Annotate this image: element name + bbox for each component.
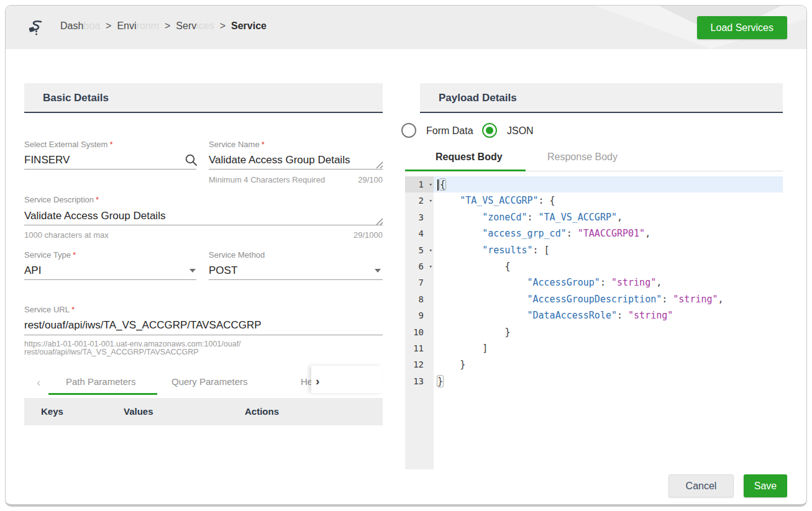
code-line[interactable]: "DataAccessRole": "string" — [434, 307, 783, 323]
service-method-select[interactable]: POST — [209, 265, 237, 277]
code-line[interactable]: { — [434, 258, 783, 274]
line-number: 5▾ — [405, 242, 434, 258]
payload-details-title: Payload Details — [420, 83, 783, 113]
code-line[interactable]: "access_grp_cd": "TAACCGRP01", — [434, 225, 783, 242]
breadcrumb-item[interactable]: Environm — [117, 20, 159, 31]
line-number: 6▾ — [405, 258, 434, 274]
service-name-label: Service Name — [209, 140, 265, 149]
service-type-underline — [24, 279, 196, 280]
breadcrumb-text: Serv — [176, 20, 196, 31]
service-type-label: Service Type — [24, 250, 76, 260]
code-token: { — [504, 261, 510, 272]
chevron-down-icon[interactable] — [375, 269, 381, 273]
save-button[interactable]: Save — [744, 474, 787, 497]
code-token: "string" — [673, 294, 718, 305]
payload-details-header: Payload Details — [420, 83, 783, 113]
load-services-button[interactable]: Load Services — [697, 16, 787, 39]
code-line[interactable]: } — [434, 356, 783, 373]
chevron-down-icon[interactable] — [189, 269, 196, 273]
radio-form-data-label[interactable]: Form Data — [426, 125, 473, 137]
service-url-input[interactable]: rest/ouaf/api/iws/TA_VS_ACCGRP/TAVSACCGR… — [24, 319, 262, 332]
breadcrumb-item[interactable]: Services — [176, 20, 214, 31]
radio-form-data[interactable] — [401, 123, 416, 138]
breadcrumb-text: Envi — [117, 20, 136, 31]
line-number: 12 — [405, 356, 434, 373]
fold-toggle-icon[interactable]: ▾ — [429, 192, 432, 209]
code-line[interactable]: ] — [434, 340, 783, 356]
service-url-hint-line1: https://ab1-01-001-01-001.uat-env.amazon… — [24, 340, 241, 348]
code-token: } — [437, 376, 443, 387]
breadcrumb-text-faded: boa — [83, 20, 100, 31]
editor-code[interactable]: { "TA_VS_ACCGRP": { "zoneCd": "TA_VS_ACC… — [434, 176, 783, 469]
code-token: , — [718, 294, 724, 305]
json-editor[interactable]: 1▾2▾345▾6▾78910111213 { "TA_VS_ACCGRP": … — [405, 176, 783, 469]
service-name-counter: 29/100 — [329, 175, 383, 184]
editor-gutter: 1▾2▾345▾6▾78910111213 — [405, 176, 434, 469]
code-token — [437, 327, 504, 338]
breadcrumb-text-faded: ices — [196, 20, 214, 31]
basic-details-title: Basic Details — [24, 83, 383, 113]
fold-toggle-icon[interactable]: ▾ — [429, 242, 432, 258]
external-system-value[interactable]: FINSERV — [24, 154, 70, 166]
code-line[interactable]: { — [434, 176, 783, 192]
breadcrumb-separator: > — [106, 20, 111, 31]
cancel-button[interactable]: Cancel — [668, 474, 734, 497]
code-token — [437, 261, 504, 272]
code-line[interactable]: } — [434, 373, 783, 389]
radio-json[interactable] — [482, 123, 497, 138]
service-name-input[interactable]: Validate Access Group Details — [209, 154, 350, 166]
code-line[interactable]: "AccessGroupDescription": "string", — [434, 291, 783, 307]
code-token: "results" — [482, 245, 532, 256]
breadcrumb[interactable]: Dashboa>Environm>Services>Service — [60, 20, 267, 32]
radio-json-label[interactable]: JSON — [507, 125, 534, 137]
code-token — [437, 343, 482, 354]
code-token: : — [662, 294, 673, 305]
fold-toggle-icon[interactable]: ▾ — [429, 176, 432, 192]
code-line[interactable]: } — [434, 324, 783, 340]
breadcrumb-item[interactable]: Service — [231, 20, 267, 31]
active-body-tab-underline — [405, 170, 526, 171]
code-token: "AccessGroup" — [527, 277, 600, 288]
code-token: "TA_VS_ACCGRP" — [539, 212, 617, 223]
code-token — [437, 294, 527, 305]
service-description-underline — [24, 225, 383, 225]
code-token — [437, 359, 460, 370]
tab-query-parameters[interactable]: Query Parameters — [171, 376, 248, 387]
code-token: : — [567, 228, 578, 239]
code-line[interactable]: "results": [ — [434, 242, 783, 258]
code-token: "access_grp_cd" — [482, 228, 566, 239]
tabs-prev-arrow[interactable]: ‹ — [37, 376, 40, 388]
service-url-underline — [24, 335, 383, 335]
col-values: Values — [124, 406, 153, 417]
tab-path-parameters[interactable]: Path Parameters — [66, 376, 136, 387]
code-line[interactable]: "TA_VS_ACCGRP": { — [434, 192, 783, 209]
code-token: , — [656, 277, 662, 288]
code-token: } — [460, 359, 465, 370]
service-type-select[interactable]: API — [24, 265, 41, 277]
breadcrumb-separator: > — [165, 20, 170, 31]
text-cursor — [437, 179, 439, 191]
resize-handle-icon[interactable] — [375, 161, 383, 169]
code-token: : [ — [533, 245, 550, 256]
line-number: 1▾ — [405, 176, 434, 192]
code-token: ] — [482, 343, 488, 354]
active-tab-underline — [48, 393, 157, 395]
service-method-label: Service Method — [209, 250, 265, 260]
breadcrumb-item[interactable]: Dashboa — [60, 20, 100, 31]
top-header: Dashboa>Environm>Services>Service Load S… — [6, 6, 806, 49]
tabs-next-arrow[interactable]: › — [316, 375, 319, 387]
search-icon[interactable] — [185, 153, 198, 167]
tab-request-body[interactable]: Request Body — [436, 151, 503, 163]
code-token: , — [617, 212, 623, 223]
service-description-input[interactable]: Validate Access Group Details — [24, 210, 165, 222]
fold-toggle-icon[interactable]: ▾ — [429, 258, 432, 274]
code-line[interactable]: "AccessGroup": "string", — [434, 274, 783, 291]
line-number: 7 — [405, 274, 434, 291]
service-name-hint: Minimum 4 Characters Required — [209, 175, 325, 184]
app-card: Dashboa>Environm>Services>Service Load S… — [5, 5, 807, 507]
service-name-underline — [209, 169, 383, 170]
code-line[interactable]: "zoneCd": "TA_VS_ACCGRP", — [434, 209, 783, 225]
line-number: 9 — [405, 307, 434, 323]
code-token — [437, 277, 527, 288]
tab-response-body[interactable]: Response Body — [547, 151, 618, 163]
